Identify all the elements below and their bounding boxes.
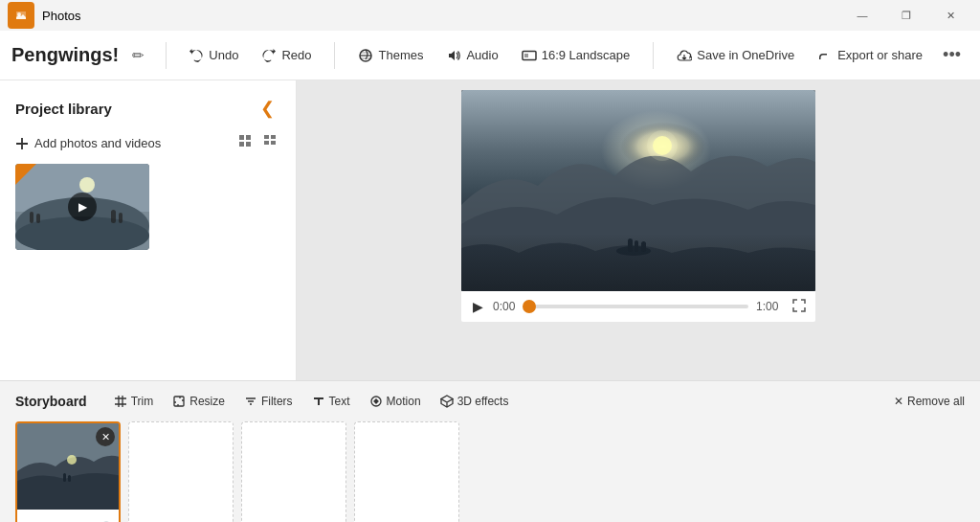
- themes-label: Themes: [378, 48, 423, 62]
- library-title: Project library: [15, 101, 112, 117]
- svg-point-33: [67, 455, 77, 465]
- storyboard-items: ✕ 1:00 🔊: [15, 421, 965, 522]
- svg-rect-18: [36, 214, 40, 223]
- storyboard-slot-2: [128, 421, 234, 522]
- preview-panel: ▶ 0:00 1:00: [297, 80, 980, 380]
- svg-rect-28: [174, 397, 184, 406]
- 3deffects-label: 3D effects: [457, 395, 509, 408]
- app-title: Photos: [42, 9, 80, 23]
- toolbar-center: Undo Redo Themes Audio: [176, 42, 935, 69]
- toolbar-separator-3: [653, 42, 654, 69]
- svg-rect-32: [68, 475, 71, 482]
- remove-x-icon: ✕: [894, 395, 903, 408]
- video-preview: [461, 90, 815, 291]
- themes-button[interactable]: Themes: [348, 42, 433, 69]
- themes-icon: [358, 48, 373, 63]
- total-time: 1:00: [756, 300, 785, 313]
- audio-label: Audio: [466, 48, 498, 62]
- clip-info: 1:00 🔊: [17, 510, 119, 522]
- library-header: Project library ❮: [15, 96, 280, 121]
- motion-label: Motion: [387, 395, 421, 408]
- project-library-panel: Project library ❮ Add photos and videos: [0, 80, 297, 380]
- storyboard-clip-1[interactable]: ✕ 1:00 🔊: [15, 421, 121, 522]
- app-icon: [8, 2, 34, 29]
- media-thumbnail[interactable]: ▶: [15, 164, 149, 250]
- svg-rect-11: [271, 141, 276, 145]
- fullscreen-icon: [792, 299, 806, 312]
- play-button[interactable]: ▶: [471, 297, 485, 316]
- filters-button[interactable]: Filters: [236, 391, 301, 412]
- undo-icon: [189, 48, 204, 63]
- svg-rect-20: [119, 213, 122, 223]
- audio-icon: [446, 48, 461, 63]
- clip-close-button[interactable]: ✕: [96, 427, 115, 446]
- export-icon: [817, 48, 833, 63]
- play-overlay[interactable]: ▶: [68, 193, 97, 221]
- audio-button[interactable]: Audio: [436, 42, 507, 69]
- motion-icon: [369, 395, 383, 408]
- grid-view-button[interactable]: [234, 132, 256, 152]
- export-button[interactable]: Export or share: [808, 42, 932, 69]
- add-media-button[interactable]: Add photos and videos: [15, 132, 161, 154]
- list-view-button[interactable]: [259, 132, 280, 152]
- undo-label: Undo: [209, 48, 238, 62]
- export-label: Export or share: [837, 48, 923, 62]
- trim-icon: [114, 395, 127, 408]
- titlebar: Photos — ❐ ✕: [0, 0, 980, 31]
- storyboard-slot-4: [354, 421, 459, 522]
- svg-rect-4: [239, 135, 244, 140]
- progress-bar[interactable]: [529, 305, 748, 308]
- svg-rect-7: [246, 142, 251, 147]
- trim-label: Trim: [131, 395, 154, 408]
- aspect-ratio-button[interactable]: 16:9 Landscape: [512, 42, 640, 69]
- main-toolbar: Pengwings! ✏ Undo Redo T: [0, 31, 980, 80]
- remove-all-button[interactable]: ✕ Remove all: [894, 395, 965, 408]
- toolbar-separator-1: [166, 42, 167, 69]
- storyboard-tools: Trim Resize Filters: [106, 391, 875, 412]
- progress-thumb[interactable]: [523, 300, 536, 313]
- close-button[interactable]: ✕: [928, 0, 972, 31]
- svg-rect-9: [271, 135, 276, 139]
- play-icon: ▶: [78, 200, 87, 214]
- filters-label: Filters: [261, 395, 293, 408]
- text-button[interactable]: Text: [304, 391, 358, 412]
- storyboard-header: Storyboard Trim Resize: [15, 391, 965, 412]
- save-label: Save in OneDrive: [697, 48, 794, 62]
- save-button[interactable]: Save in OneDrive: [667, 42, 804, 69]
- storyboard-title: Storyboard: [15, 394, 87, 409]
- edit-title-button[interactable]: ✏: [128, 43, 148, 68]
- 3deffects-icon: [440, 395, 454, 408]
- svg-rect-3: [523, 51, 536, 59]
- fullscreen-button[interactable]: [792, 299, 806, 315]
- svg-rect-17: [30, 212, 33, 223]
- 3deffects-button[interactable]: 3D effects: [433, 391, 517, 412]
- svg-point-27: [647, 130, 678, 161]
- svg-rect-6: [239, 142, 244, 147]
- more-options-button[interactable]: •••: [935, 39, 969, 71]
- thumbnail-corner: [15, 164, 36, 185]
- svg-rect-31: [63, 473, 66, 482]
- aspect-ratio-icon: [522, 48, 537, 63]
- restore-button[interactable]: ❐: [884, 0, 928, 31]
- minimize-button[interactable]: —: [840, 0, 884, 31]
- resize-label: Resize: [189, 395, 225, 408]
- svg-rect-8: [264, 135, 269, 139]
- resize-button[interactable]: Resize: [165, 391, 233, 412]
- remove-all-label: Remove all: [907, 395, 965, 408]
- redo-icon: [261, 48, 277, 63]
- svg-rect-5: [246, 135, 251, 140]
- titlebar-left: Photos: [8, 2, 80, 29]
- add-media-label: Add photos and videos: [34, 136, 161, 150]
- text-icon: [312, 395, 325, 408]
- collapse-panel-button[interactable]: ❮: [255, 96, 280, 121]
- titlebar-controls: — ❐ ✕: [840, 0, 972, 31]
- undo-button[interactable]: Undo: [179, 42, 248, 69]
- trim-button[interactable]: Trim: [106, 391, 162, 412]
- text-label: Text: [329, 395, 350, 408]
- view-controls: [234, 132, 280, 152]
- redo-button[interactable]: Redo: [252, 42, 321, 69]
- aspect-ratio-label: 16:9 Landscape: [542, 48, 631, 62]
- filters-icon: [244, 395, 257, 408]
- redo-label: Redo: [281, 48, 311, 62]
- motion-button[interactable]: Motion: [362, 391, 429, 412]
